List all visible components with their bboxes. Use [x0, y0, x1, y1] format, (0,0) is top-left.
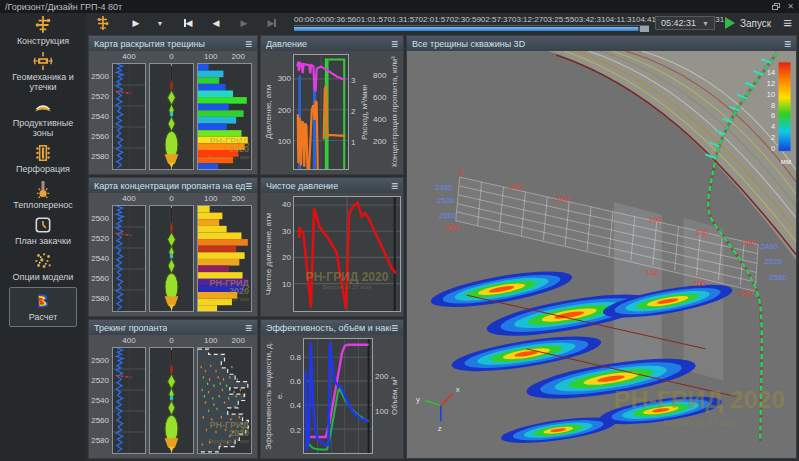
left-sidebar: Конструкция Геомеханика и утечки Продукт…: [0, 13, 86, 461]
svg-text:0: 0: [755, 290, 760, 299]
sidebar-item-model-options[interactable]: Опции модели: [3, 251, 83, 282]
step-back-button[interactable]: ◀: [208, 18, 224, 28]
log-track[interactable]: 400: [112, 336, 146, 454]
timeline-handle[interactable]: [640, 26, 649, 32]
panel-title: Карта концентрации пропанта на единицу п…: [94, 181, 245, 191]
pressure-plot[interactable]: [293, 54, 349, 170]
watermark-version: Версия от 27 мая: [663, 418, 736, 428]
panel-menu-icon[interactable]: ≡: [245, 323, 252, 333]
playback-toolbar: ▶ ▼ ◀ ◀ ▶ ▶ 00:00:0000:36:56 01:01:5701:…: [86, 13, 799, 33]
sidebar-item-productive-zones[interactable]: Продуктивные зоны: [3, 97, 83, 138]
concentration-map-plot[interactable]: 100 200: [197, 194, 252, 312]
time-select-dropdown[interactable]: 05:42:31 ▼: [655, 16, 715, 30]
perforation-icon: [33, 143, 53, 163]
svg-text:мм: мм: [781, 157, 791, 166]
panel-menu-icon[interactable]: ≡: [784, 39, 791, 49]
run-play-icon: [725, 17, 735, 29]
timeline-progress-bar[interactable]: [294, 27, 649, 31]
svg-text:8: 8: [771, 101, 775, 110]
svg-text:200: 200: [693, 279, 707, 288]
panel-title: Давление: [266, 39, 307, 49]
panel-menu-icon[interactable]: ≡: [391, 39, 398, 49]
play-button[interactable]: ▶: [128, 18, 144, 28]
svg-text:y: y: [416, 395, 420, 404]
conc-axis-title: Концентрация пропанта, кг/м³: [389, 54, 401, 170]
wellbore-track[interactable]: 0: [149, 194, 194, 312]
title-bar: /Горизонт/Дизайн ГРП-4 80т ✕: [0, 0, 799, 13]
svg-text:10: 10: [767, 90, 775, 99]
scene-3d[interactable]: 14 12 10 8 6 4 2 0 мм: [407, 51, 796, 458]
efficiency-axis-title: Эффективность жидкости, д. е.: [263, 338, 285, 454]
depth-axis: 2500 2520 2540 2560 2580: [90, 194, 109, 312]
application-window: /Горизонт/Дизайн ГРП-4 80т ✕ Конструкция: [0, 0, 799, 461]
timeline[interactable]: 00:00:0000:36:56 01:01:5701:31:57 02:01:…: [294, 15, 649, 31]
svg-text:4: 4: [771, 122, 775, 131]
sidebar-item-geomechanics[interactable]: Геомеханика и утечки: [3, 51, 83, 92]
svg-text:z: z: [438, 424, 442, 433]
depth-axis: 2500 2520 2540 2560 2580: [90, 52, 109, 170]
panel-proppant-concentration-map: Карта концентрации пропанта на единицу п…: [88, 177, 258, 317]
restore-window-icon[interactable]: [772, 3, 780, 10]
layers-icon: [33, 97, 53, 117]
panel-title: Карта раскрытия трещины: [94, 39, 205, 49]
log-track[interactable]: 400: [112, 194, 146, 312]
sidebar-item-pump-schedule[interactable]: План закачки: [3, 215, 83, 246]
panel-header: Карта раскрытия трещины ≡: [89, 36, 257, 51]
panel-menu-icon[interactable]: ≡: [245, 39, 252, 49]
window-title: /Горизонт/Дизайн ГРП-4 80т: [5, 2, 122, 12]
wellbore-track[interactable]: 0: [149, 336, 194, 454]
net-pressure-axis-title: Чистое давление, атм: [263, 196, 275, 312]
svg-text:300: 300: [742, 238, 756, 247]
wellhead-icon: [33, 15, 53, 35]
dashboard: Карта раскрытия трещины ≡ 2500 2520 2540…: [86, 33, 799, 461]
skip-to-start-button[interactable]: ◀: [180, 18, 196, 28]
svg-text:6: 6: [771, 112, 775, 121]
panel-3d-fractures: Все трещины скважины 3D ≡: [406, 35, 797, 459]
fracture-result-icon: [33, 291, 53, 311]
sidebar-item-construction[interactable]: Конструкция: [3, 15, 83, 46]
rate-axis-ticks: 3 2 1: [349, 54, 359, 170]
rate-axis-title: Расход, м³/мин: [359, 54, 371, 170]
sidebar-item-perforation[interactable]: Перфорация: [3, 143, 83, 174]
svg-text:0: 0: [460, 168, 465, 177]
svg-text:2560: 2560: [769, 273, 787, 282]
net-pressure-plot[interactable]: РН-ГРИД 2020Версия от 27 мая: [293, 196, 401, 312]
panel-pressure: Давление ≡ Давление, атм 300 200 100: [260, 35, 404, 175]
width-map-plot[interactable]: 100 200: [197, 52, 252, 170]
panel-menu-icon[interactable]: ≡: [245, 181, 252, 191]
svg-text:2: 2: [771, 133, 775, 142]
svg-text:2520: 2520: [437, 196, 455, 205]
play-options-caret-icon[interactable]: ▼: [156, 20, 164, 27]
svg-text:0: 0: [771, 144, 775, 153]
sidebar-item-heat-transfer[interactable]: Теплоперенос: [3, 179, 83, 210]
panel-menu-icon[interactable]: ≡: [391, 181, 398, 191]
scatter-dots-icon: [33, 251, 53, 271]
svg-text:-300: -300: [443, 223, 459, 232]
log-track[interactable]: 400: [112, 52, 146, 170]
svg-text:2520: 2520: [764, 257, 782, 266]
panel-title: Трекинг пропанта: [94, 323, 167, 333]
volume-axis-ticks: 200 100: [373, 338, 389, 454]
net-pressure-axis-ticks: 40 30 20 10: [275, 196, 293, 312]
panel-efficiency-volume: Эффективность, объём и накоп... ≡ Эффект…: [260, 319, 404, 459]
efficiency-plot[interactable]: [303, 338, 373, 454]
tracking-map-plot[interactable]: 100 200: [197, 336, 252, 454]
sidebar-item-calculation[interactable]: Расчет: [9, 287, 77, 327]
panel-menu-icon[interactable]: ≡: [391, 323, 398, 333]
clock-icon: [33, 215, 53, 235]
svg-text:-200: -200: [506, 182, 522, 191]
step-forward-button[interactable]: ▶: [236, 18, 252, 28]
panel-title: Все трещины скважины 3D: [412, 39, 525, 49]
watermark: РН-ГРИД 2020: [614, 386, 785, 413]
svg-text:100: 100: [646, 268, 660, 277]
skip-to-end-button[interactable]: ▶: [264, 18, 280, 28]
close-window-icon[interactable]: ✕: [787, 3, 794, 11]
wellbore-track[interactable]: 0: [149, 52, 194, 170]
panel-title: Чистое давление: [266, 181, 338, 191]
toolbar-menu-icon[interactable]: ≡: [783, 18, 791, 28]
svg-text:200: 200: [696, 228, 710, 237]
svg-text:12: 12: [767, 79, 775, 88]
frac-tool-icon[interactable]: [92, 14, 114, 32]
efficiency-axis-ticks: 0.8 0.6 0.4 0.2: [285, 338, 303, 454]
run-button[interactable]: Запуск: [725, 17, 771, 29]
